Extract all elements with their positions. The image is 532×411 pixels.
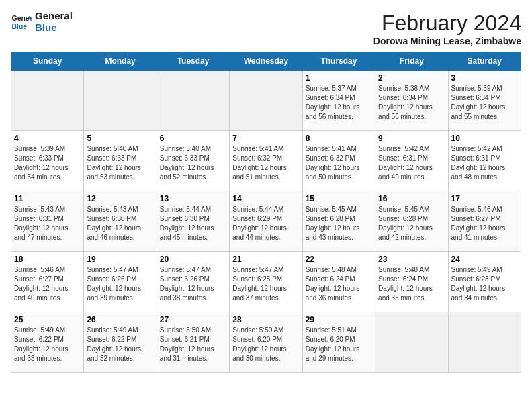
day-info: Sunrise: 5:43 AM Sunset: 6:30 PM Dayligh…: [87, 205, 153, 242]
day-cell: 5Sunrise: 5:40 AM Sunset: 6:33 PM Daylig…: [84, 131, 157, 191]
day-number: 22: [306, 255, 372, 264]
calendar-body: 1Sunrise: 5:37 AM Sunset: 6:34 PM Daylig…: [11, 71, 521, 373]
day-info: Sunrise: 5:39 AM Sunset: 6:33 PM Dayligh…: [14, 144, 81, 182]
day-cell: [230, 71, 302, 131]
day-cell: 16Sunrise: 5:45 AM Sunset: 6:28 PM Dayli…: [375, 191, 448, 252]
week-row-4: 18Sunrise: 5:46 AM Sunset: 6:27 PM Dayli…: [11, 252, 521, 312]
day-info: Sunrise: 5:46 AM Sunset: 6:27 PM Dayligh…: [14, 265, 81, 303]
title-block: February 2024 Dorowa Mining Lease, Zimba…: [373, 11, 521, 46]
day-info: Sunrise: 5:46 AM Sunset: 6:27 PM Dayligh…: [451, 205, 518, 242]
day-info: Sunrise: 5:45 AM Sunset: 6:28 PM Dayligh…: [378, 205, 445, 242]
day-info: Sunrise: 5:40 AM Sunset: 6:33 PM Dayligh…: [160, 144, 226, 182]
day-number: 24: [451, 255, 518, 264]
day-number: 23: [378, 255, 445, 264]
day-cell: 19Sunrise: 5:47 AM Sunset: 6:26 PM Dayli…: [84, 252, 157, 312]
logo-blue: Blue: [35, 22, 73, 34]
day-info: Sunrise: 5:47 AM Sunset: 6:25 PM Dayligh…: [232, 265, 299, 303]
day-cell: 26Sunrise: 5:49 AM Sunset: 6:22 PM Dayli…: [84, 312, 157, 373]
day-cell: [448, 312, 521, 373]
day-number: 9: [378, 134, 445, 143]
day-cell: 17Sunrise: 5:46 AM Sunset: 6:27 PM Dayli…: [448, 191, 521, 252]
day-cell: 12Sunrise: 5:43 AM Sunset: 6:30 PM Dayli…: [84, 191, 157, 252]
day-cell: 24Sunrise: 5:49 AM Sunset: 6:23 PM Dayli…: [448, 252, 521, 312]
day-cell: 2Sunrise: 5:38 AM Sunset: 6:34 PM Daylig…: [375, 71, 448, 131]
day-cell: 6Sunrise: 5:40 AM Sunset: 6:33 PM Daylig…: [157, 131, 229, 191]
day-number: 8: [306, 134, 372, 143]
day-info: Sunrise: 5:48 AM Sunset: 6:24 PM Dayligh…: [306, 265, 372, 303]
day-number: 1: [306, 73, 372, 83]
day-number: 5: [87, 134, 153, 143]
day-cell: 14Sunrise: 5:44 AM Sunset: 6:29 PM Dayli…: [230, 191, 302, 252]
day-cell: 11Sunrise: 5:43 AM Sunset: 6:31 PM Dayli…: [11, 191, 84, 252]
day-cell: 7Sunrise: 5:41 AM Sunset: 6:32 PM Daylig…: [230, 131, 302, 191]
day-number: 17: [451, 194, 518, 203]
day-cell: 13Sunrise: 5:44 AM Sunset: 6:30 PM Dayli…: [157, 191, 229, 252]
day-info: Sunrise: 5:44 AM Sunset: 6:29 PM Dayligh…: [232, 205, 299, 242]
day-info: Sunrise: 5:42 AM Sunset: 6:31 PM Dayligh…: [378, 144, 445, 182]
day-cell: 22Sunrise: 5:48 AM Sunset: 6:24 PM Dayli…: [302, 252, 375, 312]
day-info: Sunrise: 5:49 AM Sunset: 6:22 PM Dayligh…: [87, 326, 153, 363]
dow-header-sunday: Sunday: [11, 52, 84, 71]
day-info: Sunrise: 5:40 AM Sunset: 6:33 PM Dayligh…: [87, 144, 153, 182]
header: General Blue General Blue February 2024 …: [11, 11, 521, 46]
day-info: Sunrise: 5:50 AM Sunset: 6:21 PM Dayligh…: [160, 326, 226, 363]
day-cell: 1Sunrise: 5:37 AM Sunset: 6:34 PM Daylig…: [302, 71, 375, 131]
day-info: Sunrise: 5:50 AM Sunset: 6:20 PM Dayligh…: [232, 326, 299, 363]
day-info: Sunrise: 5:39 AM Sunset: 6:34 PM Dayligh…: [451, 84, 518, 122]
day-cell: 29Sunrise: 5:51 AM Sunset: 6:20 PM Dayli…: [302, 312, 375, 373]
day-number: 6: [160, 134, 226, 143]
day-number: 2: [378, 73, 445, 83]
calendar-subtitle: Dorowa Mining Lease, Zimbabwe: [373, 36, 521, 46]
dow-header-monday: Monday: [84, 52, 157, 71]
logo: General Blue General Blue: [11, 11, 73, 33]
day-info: Sunrise: 5:42 AM Sunset: 6:31 PM Dayligh…: [451, 144, 518, 182]
day-cell: [157, 71, 229, 131]
day-info: Sunrise: 5:45 AM Sunset: 6:28 PM Dayligh…: [306, 205, 372, 242]
week-row-3: 11Sunrise: 5:43 AM Sunset: 6:31 PM Dayli…: [11, 191, 521, 252]
week-row-2: 4Sunrise: 5:39 AM Sunset: 6:33 PM Daylig…: [11, 131, 521, 191]
day-cell: [375, 312, 448, 373]
day-info: Sunrise: 5:41 AM Sunset: 6:32 PM Dayligh…: [306, 144, 372, 182]
day-cell: 21Sunrise: 5:47 AM Sunset: 6:25 PM Dayli…: [230, 252, 302, 312]
day-number: 19: [87, 255, 153, 264]
day-number: 11: [14, 194, 81, 203]
dow-header-thursday: Thursday: [302, 52, 375, 71]
day-number: 20: [160, 255, 226, 264]
day-number: 15: [306, 194, 372, 203]
day-number: 18: [14, 255, 81, 264]
day-info: Sunrise: 5:47 AM Sunset: 6:26 PM Dayligh…: [87, 265, 153, 303]
day-cell: [11, 71, 84, 131]
day-cell: 8Sunrise: 5:41 AM Sunset: 6:32 PM Daylig…: [302, 131, 375, 191]
day-info: Sunrise: 5:37 AM Sunset: 6:34 PM Dayligh…: [306, 84, 372, 122]
day-cell: 23Sunrise: 5:48 AM Sunset: 6:24 PM Dayli…: [375, 252, 448, 312]
calendar-title: February 2024: [373, 11, 521, 36]
day-number: 3: [451, 73, 518, 83]
day-cell: 25Sunrise: 5:49 AM Sunset: 6:22 PM Dayli…: [11, 312, 84, 373]
day-cell: 4Sunrise: 5:39 AM Sunset: 6:33 PM Daylig…: [11, 131, 84, 191]
day-number: 26: [87, 315, 153, 324]
day-cell: 18Sunrise: 5:46 AM Sunset: 6:27 PM Dayli…: [11, 252, 84, 312]
day-number: 25: [14, 315, 81, 324]
day-number: 13: [160, 194, 226, 203]
day-cell: 10Sunrise: 5:42 AM Sunset: 6:31 PM Dayli…: [448, 131, 521, 191]
dow-header-tuesday: Tuesday: [157, 52, 229, 71]
day-cell: 27Sunrise: 5:50 AM Sunset: 6:21 PM Dayli…: [157, 312, 229, 373]
day-number: 21: [232, 255, 299, 264]
week-row-5: 25Sunrise: 5:49 AM Sunset: 6:22 PM Dayli…: [11, 312, 521, 373]
day-number: 14: [232, 194, 299, 203]
day-info: Sunrise: 5:49 AM Sunset: 6:23 PM Dayligh…: [451, 265, 518, 303]
day-info: Sunrise: 5:41 AM Sunset: 6:32 PM Dayligh…: [232, 144, 299, 182]
dow-header-wednesday: Wednesday: [230, 52, 302, 71]
calendar-table: SundayMondayTuesdayWednesdayThursdayFrid…: [11, 52, 521, 373]
day-info: Sunrise: 5:44 AM Sunset: 6:30 PM Dayligh…: [160, 205, 226, 242]
day-number: 4: [14, 134, 81, 143]
day-number: 28: [232, 315, 299, 324]
day-info: Sunrise: 5:48 AM Sunset: 6:24 PM Dayligh…: [378, 265, 445, 303]
dow-header-friday: Friday: [375, 52, 448, 71]
day-cell: [84, 71, 157, 131]
logo-general: General: [35, 11, 73, 22]
day-number: 12: [87, 194, 153, 203]
day-info: Sunrise: 5:38 AM Sunset: 6:34 PM Dayligh…: [378, 84, 445, 122]
day-cell: 20Sunrise: 5:47 AM Sunset: 6:26 PM Dayli…: [157, 252, 229, 312]
day-number: 27: [160, 315, 226, 324]
